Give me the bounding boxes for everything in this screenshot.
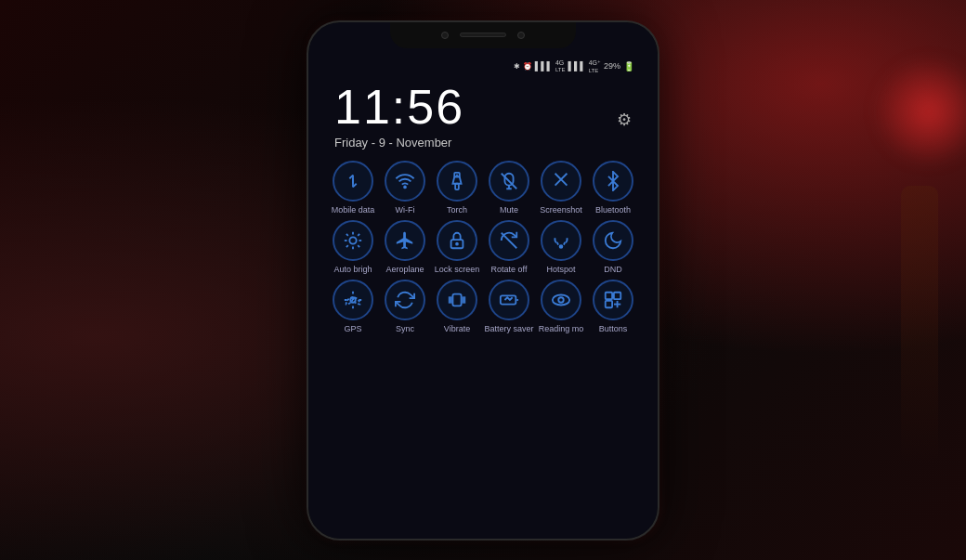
speaker (460, 33, 506, 37)
vibrate-label: Vibrate (444, 324, 470, 333)
battery-icon: 🔋 (623, 61, 634, 72)
clock-date: Friday - 9 - November (334, 136, 632, 150)
screenshot-icon-wrap (541, 161, 581, 202)
svg-point-34 (553, 294, 569, 305)
hotspot-label: Hotspot (546, 265, 575, 274)
battery-saver-icon-wrap (489, 280, 529, 320)
buttons-icon-wrap (593, 280, 633, 320)
screen: ✱ ⏰ ▌▌▌ 4GLTE ▌▌▌ 4G⁺LTE 29% 🔋 11:56 ⚙ F… (308, 22, 658, 539)
tiles-row-3: GPS Sync (327, 280, 639, 333)
svg-rect-38 (606, 301, 612, 307)
tile-auto-bright[interactable]: Auto brigh (329, 220, 377, 274)
wifi-icon (395, 171, 415, 191)
gps-icon-wrap (333, 280, 373, 320)
tile-reading-mode[interactable]: Reading mo (537, 280, 585, 333)
tiles-row-1: Mobile data Wi-Fi (327, 161, 639, 215)
tile-sync[interactable]: Sync (381, 280, 429, 333)
svg-point-23 (456, 242, 458, 244)
torch-label: Torch (447, 205, 467, 215)
tile-gps[interactable]: GPS (329, 280, 377, 333)
tile-wifi[interactable]: Wi-Fi (381, 161, 429, 215)
tiles-row-2: Auto brigh Aeroplane (327, 220, 639, 274)
tile-mobile-data[interactable]: Mobile data (329, 161, 377, 215)
brightness-icon-wrap (333, 220, 373, 261)
tile-battery-saver[interactable]: Battery saver (485, 280, 533, 333)
dnd-label: DND (604, 265, 622, 274)
vibrate-icon (447, 290, 467, 310)
mobile-data-icon-wrap (333, 161, 373, 202)
bluetooth-label: Bluetooth (595, 205, 631, 215)
gps-icon (343, 290, 363, 310)
network-type-2: 4G⁺LTE (589, 59, 601, 73)
brightness-icon (343, 230, 363, 251)
status-right: ✱ ⏰ ▌▌▌ 4GLTE ▌▌▌ 4G⁺LTE 29% 🔋 (514, 59, 634, 73)
wifi-label: Wi-Fi (396, 205, 415, 215)
buttons-label: Buttons (599, 324, 628, 333)
tile-hotspot[interactable]: Hotspot (537, 220, 585, 274)
svg-rect-6 (455, 183, 459, 189)
battery-percent: 29% (604, 61, 620, 71)
svg-point-35 (558, 297, 564, 303)
svg-point-25 (560, 245, 563, 248)
auto-bright-label: Auto brigh (333, 265, 372, 274)
svg-line-20 (346, 245, 348, 247)
settings-icon[interactable]: ⚙ (617, 110, 632, 130)
tile-vibrate[interactable]: Vibrate (433, 280, 481, 333)
tile-rotate-off[interactable]: Rotate off (485, 220, 533, 274)
clock-time: 11:56 (334, 81, 464, 134)
network-type-1: 4GLTE (555, 59, 566, 72)
tile-screenshot[interactable]: Screenshot (537, 161, 585, 215)
mute-icon (499, 171, 519, 191)
rotate-off-label: Rotate off (491, 265, 528, 274)
dnd-icon-wrap (593, 220, 633, 261)
svg-rect-36 (606, 292, 612, 298)
screenshot-icon (551, 171, 571, 191)
wifi-icon-wrap (385, 161, 425, 202)
clock-row: 11:56 ⚙ (334, 81, 632, 134)
reading-icon (551, 290, 571, 310)
tile-aeroplane[interactable]: Aeroplane (381, 220, 429, 274)
torch-icon (447, 171, 467, 191)
reading-mode-label: Reading mo (539, 324, 584, 333)
tile-torch[interactable]: Torch (433, 161, 481, 215)
battery-saver-icon (499, 290, 519, 310)
phone-device: ✱ ⏰ ▌▌▌ 4GLTE ▌▌▌ 4G⁺LTE 29% 🔋 11:56 ⚙ F… (307, 20, 659, 540)
mute-icon-wrap (489, 161, 529, 202)
lock-icon (447, 230, 467, 251)
battery-saver-label: Battery saver (484, 324, 533, 333)
lock-screen-label: Lock screen (435, 265, 480, 274)
tile-bluetooth[interactable]: Bluetooth (589, 161, 637, 215)
mute-label: Mute (500, 205, 518, 215)
signal-bars-1: ▌▌▌ (535, 61, 553, 71)
bluetooth-icon-wrap (593, 161, 633, 202)
status-bar: ✱ ⏰ ▌▌▌ 4GLTE ▌▌▌ 4G⁺LTE 29% 🔋 (327, 59, 639, 73)
mobile-data-label: Mobile data (332, 205, 375, 215)
tile-mute[interactable]: Mute (485, 161, 533, 215)
bluetooth-status: ✱ (514, 62, 520, 71)
mobile-data-icon (343, 171, 363, 191)
tile-buttons[interactable]: Buttons (589, 280, 637, 333)
svg-rect-27 (452, 293, 461, 306)
hotspot-icon-wrap (541, 220, 581, 261)
rotate-icon (499, 230, 519, 251)
rotate-icon-wrap (489, 220, 529, 261)
alarm-status: ⏰ (523, 62, 532, 71)
sync-icon-wrap (385, 280, 425, 320)
tile-dnd[interactable]: DND (589, 220, 637, 274)
aeroplane-label: Aeroplane (385, 265, 424, 274)
svg-line-21 (358, 234, 359, 236)
gps-label: GPS (344, 324, 361, 333)
torch-icon-wrap (437, 161, 477, 202)
vibrate-icon-wrap (437, 280, 477, 320)
phone-body: ✱ ⏰ ▌▌▌ 4GLTE ▌▌▌ 4G⁺LTE 29% 🔋 11:56 ⚙ F… (307, 20, 659, 540)
hotspot-icon (551, 230, 571, 251)
signal-bars-2: ▌▌▌ (568, 61, 586, 71)
clock-area: 11:56 ⚙ Friday - 9 - November (327, 73, 639, 153)
svg-point-13 (349, 237, 356, 243)
notch (390, 22, 576, 48)
lock-icon-wrap (437, 220, 477, 261)
svg-rect-32 (501, 295, 516, 304)
quick-tiles: Mobile data Wi-Fi (327, 161, 639, 520)
tile-lock-screen[interactable]: Lock screen (433, 220, 481, 274)
buttons-icon (603, 290, 623, 310)
